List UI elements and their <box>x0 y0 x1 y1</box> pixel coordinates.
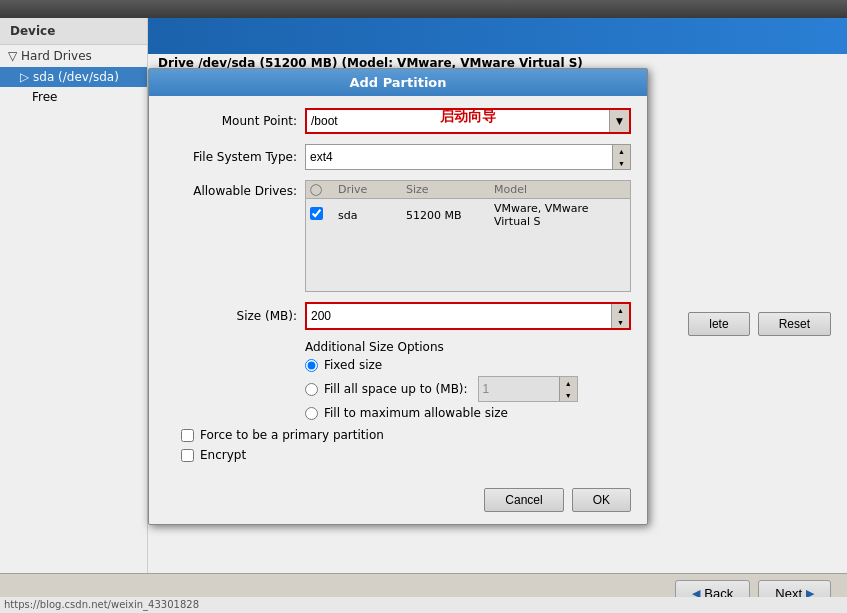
encrypt-checkbox[interactable] <box>181 449 194 462</box>
radio-fill-max-input[interactable] <box>305 407 318 420</box>
force-primary-label: Force to be a primary partition <box>200 428 384 442</box>
bg-buttons: lete Reset <box>688 312 831 336</box>
cancel-button[interactable]: Cancel <box>484 488 563 512</box>
chinese-tooltip: 启动向导 <box>440 108 496 126</box>
delete-button[interactable]: lete <box>688 312 749 336</box>
dialog-body: Mount Point: ▼ File System Type: ext4 ex… <box>149 96 647 480</box>
allowable-drives-label: Allowable Drives: <box>165 180 305 198</box>
fill-input-wrap: ▲ ▼ <box>478 376 578 402</box>
encrypt-label: Encrypt <box>200 448 246 462</box>
dialog-buttons: Cancel OK <box>149 480 647 524</box>
radio-fill-up-to[interactable]: Fill all space up to (MB): ▲ ▼ <box>305 376 631 402</box>
table-row[interactable]: sda 51200 MB VMware, VMware Virtual S <box>306 199 630 231</box>
radio-fixed-input[interactable] <box>305 359 318 372</box>
drive-checkbox[interactable] <box>310 207 330 223</box>
mount-point-label: Mount Point: <box>165 114 305 128</box>
blue-banner <box>80 18 847 54</box>
size-input-wrap: ▲ ▼ <box>305 302 631 330</box>
mount-point-dropdown-btn[interactable]: ▼ <box>609 110 629 132</box>
sidebar: Device ▽ Hard Drives ▷ sda (/dev/sda) Fr… <box>0 18 148 573</box>
drives-table: ◯ Drive Size Model sda 51200 MB VMware, … <box>305 180 631 292</box>
header-drive: Drive <box>338 183 398 196</box>
fs-select-wrap: ext4 ext3 ext2 xfs swap ▲ ▼ <box>305 144 631 170</box>
sidebar-item-sda[interactable]: ▷ sda (/dev/sda) <box>0 67 147 87</box>
dialog-title: Add Partition <box>149 69 647 96</box>
header-model: Model <box>494 183 626 196</box>
add-partition-dialog: Add Partition Mount Point: ▼ File System… <box>148 68 648 525</box>
header-size: Size <box>406 183 486 196</box>
sidebar-item-free[interactable]: Free <box>0 87 147 107</box>
url-bar: https://blog.csdn.net/weixin_43301828 <box>0 597 847 613</box>
fill-spinner-down: ▼ <box>560 389 577 401</box>
fill-spinner: ▲ ▼ <box>559 377 577 401</box>
fs-type-row: File System Type: ext4 ext3 ext2 xfs swa… <box>165 144 631 170</box>
drive-size: 51200 MB <box>406 209 486 222</box>
additional-size-label: Additional Size Options <box>305 340 631 354</box>
additional-size-options: Additional Size Options Fixed size Fill … <box>305 340 631 420</box>
mount-point-row: Mount Point: ▼ <box>165 108 631 134</box>
radio-fill-max-label: Fill to maximum allowable size <box>324 406 508 420</box>
reset-button[interactable]: Reset <box>758 312 831 336</box>
drive-name: sda <box>338 209 398 222</box>
drive-model: VMware, VMware Virtual S <box>494 202 626 228</box>
force-primary-checkbox[interactable] <box>181 429 194 442</box>
radio-fill-max[interactable]: Fill to maximum allowable size <box>305 406 631 420</box>
size-input[interactable] <box>307 306 611 326</box>
fs-spinner-up[interactable]: ▲ <box>613 145 630 157</box>
allowable-drives-row: Allowable Drives: ◯ Drive Size Model sda… <box>165 180 631 292</box>
header-radio: ◯ <box>310 183 330 196</box>
force-primary-row[interactable]: Force to be a primary partition <box>181 428 631 442</box>
size-row: Size (MB): ▲ ▼ <box>165 302 631 330</box>
sidebar-item-hard-drives[interactable]: ▽ Hard Drives <box>0 45 147 67</box>
top-bar <box>0 0 847 18</box>
radio-fixed-label: Fixed size <box>324 358 382 372</box>
radio-fill-label: Fill all space up to (MB): <box>324 382 468 396</box>
fs-spinner: ▲ ▼ <box>612 145 630 169</box>
ok-button[interactable]: OK <box>572 488 631 512</box>
fs-type-label: File System Type: <box>165 150 305 164</box>
size-spinner: ▲ ▼ <box>611 304 629 328</box>
fill-spinner-up: ▲ <box>560 377 577 389</box>
drives-empty-space <box>306 231 630 291</box>
radio-fixed-size[interactable]: Fixed size <box>305 358 631 372</box>
size-label: Size (MB): <box>165 309 305 323</box>
sidebar-header: Device <box>0 18 147 45</box>
fs-spinner-down[interactable]: ▼ <box>613 157 630 169</box>
drives-table-header: ◯ Drive Size Model <box>306 181 630 199</box>
fs-type-select[interactable]: ext4 ext3 ext2 xfs swap <box>306 147 612 167</box>
size-spinner-up[interactable]: ▲ <box>612 304 629 316</box>
radio-fill-input[interactable] <box>305 383 318 396</box>
size-spinner-down[interactable]: ▼ <box>612 316 629 328</box>
encrypt-row[interactable]: Encrypt <box>181 448 631 462</box>
fill-input <box>479 380 559 398</box>
